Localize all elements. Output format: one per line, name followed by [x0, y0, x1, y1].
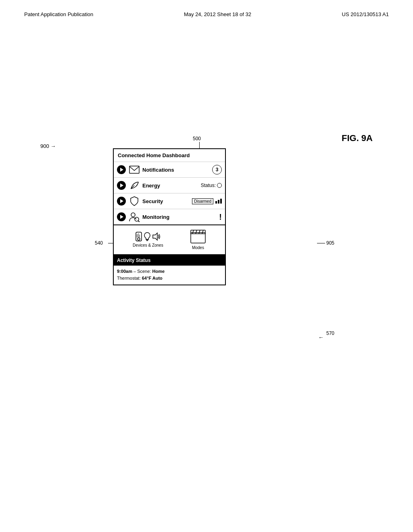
notifications-play-btn[interactable] — [117, 165, 126, 174]
ref-570: 570 — [326, 330, 334, 336]
bar2 — [218, 200, 219, 204]
security-label: Security — [142, 198, 191, 204]
ref-905-line — [317, 243, 325, 243]
monitoring-label: Monitoring — [142, 214, 217, 220]
security-item[interactable]: Security Disarmed — [114, 193, 225, 209]
svg-point-2 — [135, 217, 139, 221]
energy-item[interactable]: Energy Status: — [114, 178, 225, 193]
alert-exclaim: ! — [219, 212, 222, 222]
dashboard-title: Connected Home Dashboard — [114, 149, 225, 162]
bottom-icons: Devices & Zones Modes — [114, 225, 225, 254]
devices-icons-row — [135, 232, 161, 241]
modes-icons-row — [190, 229, 206, 244]
header-right: US 2012/130513 A1 — [342, 11, 389, 17]
activity-content: 9:00am – Scene: Home Thermostat: 64°F Au… — [114, 266, 225, 285]
ref-500: 500 — [193, 136, 201, 141]
disarmed-tag: Disarmed — [192, 198, 213, 204]
ref-900: 900 → — [40, 143, 56, 149]
dashboard: Connected Home Dashboard Notifications 3 — [113, 148, 226, 285]
devices-zones-label: Devices & Zones — [133, 243, 163, 247]
monitoring-item[interactable]: Monitoring ! — [114, 209, 225, 224]
svg-line-14 — [192, 230, 194, 234]
svg-marker-11 — [153, 233, 157, 240]
clapperboard-icon — [190, 229, 206, 244]
shield-icon — [129, 196, 140, 206]
notifications-label: Notifications — [142, 167, 212, 173]
leaf-icon — [129, 181, 140, 190]
fig-label: FIG. 9A — [342, 133, 373, 143]
svg-line-16 — [199, 230, 200, 234]
modes-label: Modes — [192, 245, 204, 250]
signal-bars — [215, 199, 222, 204]
thermostat-icon — [135, 232, 142, 241]
activity-status-label: Activity Status — [117, 258, 150, 263]
svg-rect-4 — [136, 232, 142, 241]
monitoring-play-btn[interactable] — [117, 212, 126, 221]
energy-status: Status: — [201, 183, 222, 188]
svg-point-8 — [138, 238, 140, 240]
notifications-item[interactable]: Notifications 3 — [114, 162, 225, 178]
speaker-icon — [152, 232, 161, 241]
notifications-badge: 3 — [212, 165, 222, 175]
activity-line2: Thermostat: 64°F Auto — [117, 275, 222, 282]
ref-905: 905 — [326, 240, 334, 246]
ref-570-arrow: ← — [318, 334, 324, 341]
header-left: Patent Application Publication — [24, 11, 93, 17]
header-middle: May 24, 2012 Sheet 18 of 32 — [184, 11, 251, 17]
activity-line1: 9:00am – Scene: Home — [117, 268, 222, 275]
bar3 — [220, 199, 222, 204]
security-play-btn[interactable] — [117, 197, 126, 206]
menu-items: Notifications 3 Energy Status: — [114, 162, 225, 225]
svg-line-3 — [138, 221, 140, 222]
bar1 — [215, 201, 217, 204]
svg-line-17 — [202, 230, 203, 234]
svg-rect-0 — [129, 166, 139, 173]
modes-group[interactable]: Modes — [190, 229, 206, 250]
bulb-icon — [144, 232, 151, 241]
ref-540: 540 — [95, 240, 103, 246]
svg-rect-12 — [191, 233, 205, 243]
svg-line-15 — [196, 230, 197, 234]
person-icon — [129, 212, 140, 222]
energy-label: Energy — [142, 183, 201, 189]
status-circle — [217, 183, 222, 188]
svg-point-1 — [131, 213, 135, 217]
devices-zones-group[interactable]: Devices & Zones — [133, 232, 163, 247]
page-header: Patent Application Publication May 24, 2… — [24, 11, 389, 17]
activity-status-header: Activity Status — [114, 254, 225, 266]
energy-play-btn[interactable] — [117, 181, 126, 190]
envelope-icon — [129, 165, 140, 175]
